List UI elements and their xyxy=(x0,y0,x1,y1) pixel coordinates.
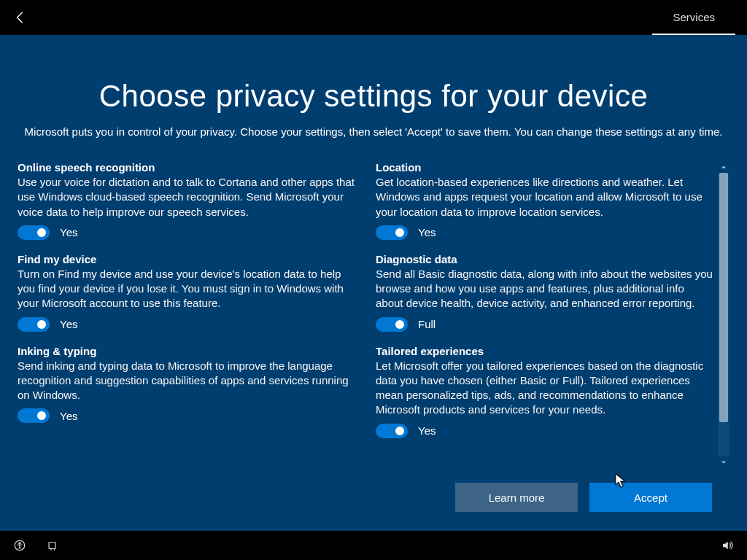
setting-diagnostic-data: Diagnostic data Send all Basic diagnosti… xyxy=(376,253,713,332)
ease-of-access-icon[interactable] xyxy=(13,539,26,552)
toggle-state: Yes xyxy=(60,226,77,238)
back-button[interactable] xyxy=(12,9,29,26)
setting-tailored-experiences: Tailored experiences Let Microsoft offer… xyxy=(376,345,713,438)
setting-title: Location xyxy=(376,161,713,174)
toggle-diagnostic-data[interactable] xyxy=(376,317,408,332)
setting-desc: Let Microsoft offer you tailored experie… xyxy=(376,359,713,418)
scroll-thumb[interactable] xyxy=(719,173,728,422)
scroll-down-icon[interactable] xyxy=(718,456,729,468)
svg-rect-2 xyxy=(49,542,55,549)
toggle-state: Full xyxy=(418,318,436,330)
setting-desc: Send inking and typing data to Microsoft… xyxy=(18,359,355,403)
setting-location: Location Get location-based experiences … xyxy=(376,161,713,240)
svg-point-1 xyxy=(19,542,20,544)
setting-speech: Online speech recognition Use your voice… xyxy=(18,161,355,240)
setting-inking-typing: Inking & typing Send inking and typing d… xyxy=(18,345,355,424)
left-column: Online speech recognition Use your voice… xyxy=(18,161,355,468)
tab-services[interactable]: Services xyxy=(652,0,735,35)
task-bar xyxy=(0,531,747,560)
volume-icon[interactable] xyxy=(721,539,734,552)
tab-label: Services xyxy=(673,11,715,23)
scrollbar[interactable] xyxy=(718,161,729,468)
page-subtitle: Microsoft puts you in control of your pr… xyxy=(23,124,724,139)
scroll-up-icon[interactable] xyxy=(718,161,729,173)
accept-button[interactable]: Accept xyxy=(589,483,712,512)
button-label: Learn more xyxy=(489,491,545,504)
toggle-location[interactable] xyxy=(376,225,408,240)
setting-title: Inking & typing xyxy=(18,345,355,357)
page-title: Choose privacy settings for your device xyxy=(18,79,729,114)
setting-desc: Get location-based experiences like dire… xyxy=(376,175,713,219)
setting-desc: Use your voice for dictation and to talk… xyxy=(18,175,355,219)
settings-columns: Online speech recognition Use your voice… xyxy=(18,161,718,468)
button-label: Accept xyxy=(634,491,667,504)
toggle-tailored-experiences[interactable] xyxy=(376,424,408,438)
learn-more-button[interactable]: Learn more xyxy=(455,483,578,512)
toggle-state: Yes xyxy=(418,226,436,238)
setting-title: Find my device xyxy=(18,253,355,265)
setting-title: Tailored experiences xyxy=(376,345,713,357)
setting-desc: Turn on Find my device and use your devi… xyxy=(18,267,355,311)
setting-title: Diagnostic data xyxy=(376,253,713,265)
button-row: Learn more Accept xyxy=(18,468,729,531)
toggle-state: Yes xyxy=(60,410,77,422)
title-bar: Services xyxy=(0,0,747,35)
toggle-state: Yes xyxy=(60,318,77,330)
scroll-track[interactable] xyxy=(718,173,729,456)
toggle-speech[interactable] xyxy=(18,225,50,240)
setting-desc: Send all Basic diagnostic data, along wi… xyxy=(376,267,713,311)
ime-icon[interactable] xyxy=(47,539,60,552)
main-panel: Choose privacy settings for your device … xyxy=(0,35,747,531)
setting-title: Online speech recognition xyxy=(18,161,355,174)
toggle-inking-typing[interactable] xyxy=(18,408,50,423)
right-column: Location Get location-based experiences … xyxy=(376,161,713,468)
toggle-state: Yes xyxy=(418,424,436,437)
setting-find-my-device: Find my device Turn on Find my device an… xyxy=(18,253,355,332)
toggle-find-my-device[interactable] xyxy=(18,317,50,332)
